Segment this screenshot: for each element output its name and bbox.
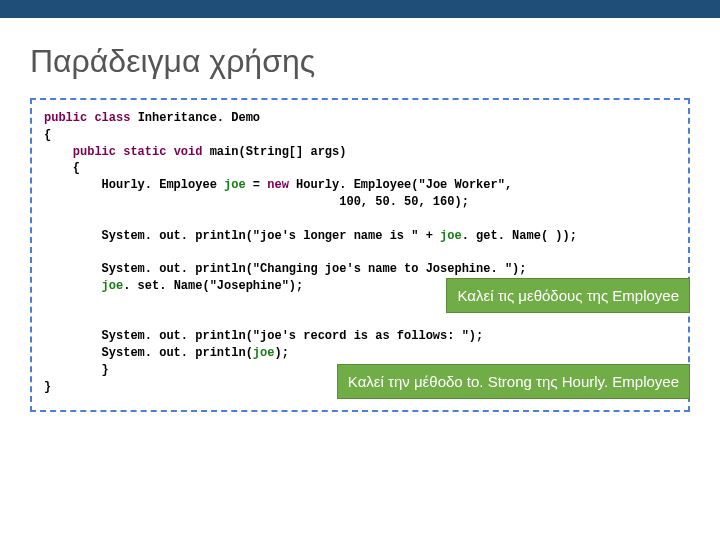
- code-text: System. out. println("joe's longer name …: [44, 229, 440, 243]
- code-var: joe: [440, 229, 462, 243]
- code-text: main(String[] args): [202, 145, 346, 159]
- callout-employee-methods: Καλεί τις μεθόδους της Employee: [446, 278, 690, 313]
- code-text: }: [44, 363, 109, 377]
- code-var: joe: [224, 178, 246, 192]
- callout-tostring-method: Καλεί την μέθοδο to. Strong της Hourly. …: [337, 364, 690, 399]
- slide-body: Παράδειγμα χρήσης public class Inheritan…: [0, 18, 720, 432]
- code-text: =: [246, 178, 268, 192]
- code-text: }: [44, 380, 51, 394]
- top-bar: [0, 0, 720, 18]
- code-text: Hourly. Employee: [44, 178, 224, 192]
- code-var: joe: [102, 279, 124, 293]
- code-text: Hourly. Employee("Joe Worker",: [289, 178, 512, 192]
- code-text: Inheritance. Demo: [130, 111, 260, 125]
- code-box: public class Inheritance. Demo { public …: [30, 98, 690, 412]
- code-kw: new: [267, 178, 289, 192]
- code-text: System. out. println(: [44, 346, 253, 360]
- code-text: [44, 279, 102, 293]
- code-var: joe: [253, 346, 275, 360]
- code-text: 100, 50. 50, 160);: [44, 195, 469, 209]
- code-kw: void: [166, 145, 202, 159]
- code-text: );: [274, 346, 288, 360]
- code-text: {: [44, 128, 51, 142]
- slide-title: Παράδειγμα χρήσης: [30, 43, 690, 80]
- code-kw: static: [116, 145, 166, 159]
- code-text: {: [44, 161, 80, 175]
- code-text: . get. Name( ));: [462, 229, 577, 243]
- code-text: . set. Name("Josephine");: [123, 279, 303, 293]
- code-kw: public: [44, 145, 116, 159]
- code-text: System. out. println("Changing joe's nam…: [44, 262, 526, 276]
- code-text: System. out. println("joe's record is as…: [44, 329, 483, 343]
- code-kw: public: [44, 111, 87, 125]
- code-kw: class: [87, 111, 130, 125]
